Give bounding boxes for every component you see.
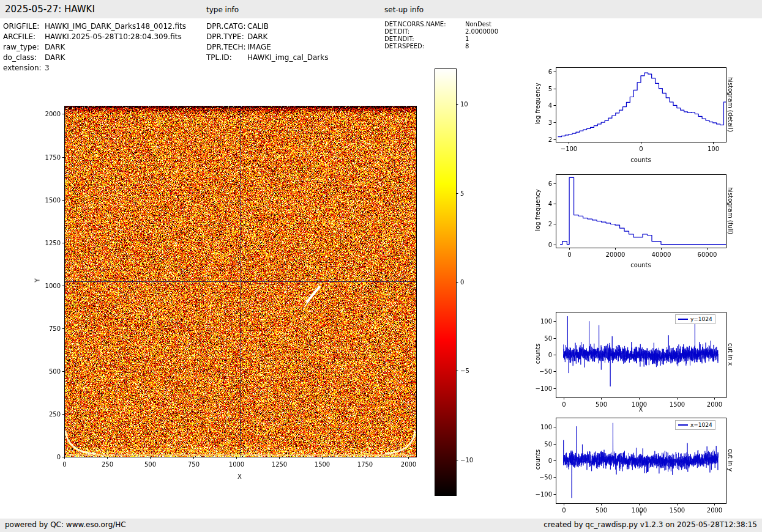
info-value: HAWKI_img_cal_Darks <box>247 53 329 62</box>
cut-y-xlabel: Y <box>610 510 671 517</box>
info-label: ORIGFILE: <box>3 22 39 31</box>
cut-y-ylabel: counts <box>534 429 541 490</box>
footer-bar: powered by QC: www.eso.org/HC created by… <box>0 519 762 532</box>
info-value: HAWKI.2025-05-28T10:28:04.309.fits <box>45 32 182 41</box>
legend-line-swatch <box>678 319 688 320</box>
info-label: DPR.TYPE: <box>206 32 244 41</box>
info-label: extension: <box>3 64 42 72</box>
info-label: DPR.CATG: <box>206 22 246 31</box>
footer-left-text: powered by QC: www.eso.org/HC <box>5 520 126 529</box>
cut-x-xlabel: X <box>610 406 671 413</box>
info-label: DET.NCORRS.NAME: <box>384 21 446 28</box>
legend-label: x=1024 <box>690 422 712 428</box>
info-label: raw_type: <box>3 43 39 51</box>
info-label: TPL.ID: <box>206 53 232 62</box>
info-value: 1 <box>465 35 469 42</box>
hist-full-ylabel: log frequency <box>534 180 541 241</box>
main-x-axis-label: X <box>237 473 242 480</box>
info-label: DET.NDIT: <box>384 35 414 42</box>
hist-full-xlabel: counts <box>610 262 671 268</box>
legend-line-swatch <box>678 424 688 426</box>
cut-y-legend: x=1024 <box>675 420 715 430</box>
info-value: DARK <box>45 53 65 62</box>
info-label: do_class: <box>3 53 37 62</box>
info-value: CALIB <box>247 22 269 31</box>
info-value: DARK <box>247 32 267 41</box>
info-value: 2.0000000 <box>465 28 498 35</box>
info-label: DET.RSPEED: <box>384 43 424 50</box>
info-label: DPR.TECH: <box>206 43 246 51</box>
info-value: NonDest <box>465 21 491 28</box>
legend-label: y=1024 <box>690 316 712 322</box>
page-title: 2025-05-27: HAWKI <box>5 4 95 15</box>
info-value: IMAGE <box>247 43 271 51</box>
main-y-axis-label: Y <box>34 278 41 282</box>
cut-x-legend: y=1024 <box>675 314 715 324</box>
type-info-heading: type info <box>206 6 239 14</box>
cut-y-title: cut in y <box>727 418 734 503</box>
cut-x-ylabel: counts <box>534 323 541 385</box>
info-value: 3 <box>45 64 50 72</box>
info-label: ARCFILE: <box>3 32 35 41</box>
hist-detail-ylabel: log frequency <box>534 73 541 135</box>
footer-right-text: created by qc_rawdisp.py v1.2.3 on 2025-… <box>543 520 757 529</box>
hist-detail-title: histogram (detail) <box>727 67 734 142</box>
info-value: HAWKI_IMG_DARK_Darks148_0012.fits <box>45 22 186 31</box>
setup-info-heading: set-up info <box>384 6 424 14</box>
hist-detail-xlabel: counts <box>610 157 671 163</box>
info-value: 8 <box>465 43 469 50</box>
header-bar: 2025-05-27: HAWKI type info set-up info <box>0 0 762 18</box>
hist-full-title: histogram (full) <box>727 174 734 248</box>
info-value: DARK <box>45 43 65 51</box>
cut-x-title: cut in x <box>727 312 734 397</box>
info-label: DET.DIT: <box>384 28 409 35</box>
